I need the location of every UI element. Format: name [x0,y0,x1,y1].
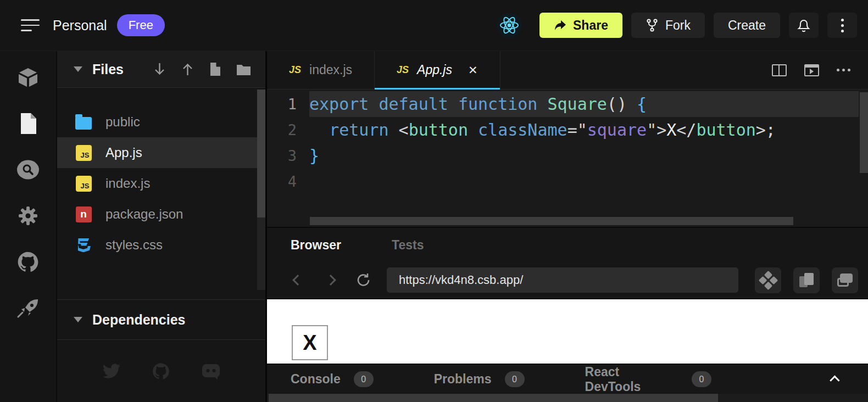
responsive-mode-icon [758,270,777,289]
code-line-2[interactable]: 2 return <button className="square">X</b… [267,117,868,143]
editor-tab-app-js[interactable]: JSApp.js✕ [375,51,500,89]
editor-toolbar [772,51,868,89]
tab-label: App.js [417,63,452,77]
file-row-package-json[interactable]: npackage.json [57,199,265,230]
upload-icon[interactable] [181,62,194,76]
file-row-index-js[interactable]: JSindex.js [57,168,265,199]
share-button[interactable]: Share [539,13,622,38]
workbench-body: Files publicJSApp.jsJSindex.jsnpackage.j… [0,51,868,402]
code-editor[interactable]: 1export default function Square() {2 ret… [267,90,868,227]
files-panel: Files publicJSApp.jsJSindex.jsnpackage.j… [57,51,267,402]
split-view-icon[interactable] [772,64,787,76]
activity-item-sandbox[interactable] [0,54,56,101]
more-options-icon[interactable] [837,69,850,71]
editor-vertical-scrollbar[interactable] [860,92,868,173]
browser-tab-tests[interactable]: Tests [392,238,424,253]
bottom-scrollbar-thumb[interactable] [269,394,718,402]
editor-horizontal-scrollbar[interactable] [310,217,793,225]
css-file-icon [75,238,92,252]
browser-tab-browser[interactable]: Browser [291,238,341,253]
activity-item-search[interactable] [0,147,56,193]
open-new-window-icon [837,273,853,287]
code-text: return <button className="square">X</but… [309,117,859,143]
folder-icon [75,117,92,130]
fork-button[interactable]: Fork [631,13,705,38]
refresh-icon [356,272,371,288]
devtools-panes-icon [799,273,814,287]
discord-icon[interactable] [201,363,221,379]
bottom-scrollbar[interactable] [267,394,868,402]
chevron-up-icon[interactable] [830,375,839,385]
tab-label: index.js [309,63,352,77]
github-icon [16,250,40,273]
activity-item-github[interactable] [0,239,56,285]
dependencies-header[interactable]: Dependencies [57,299,265,340]
editor-tabbar: JSindex.jsJSApp.js✕ [267,51,868,90]
create-button[interactable]: Create [714,13,780,38]
twitter-icon[interactable] [102,363,121,379]
menu-icon[interactable] [21,18,41,32]
console-tab-react-devtools[interactable]: React DevTools0 [585,365,711,394]
notifications-button[interactable] [789,13,819,38]
count-badge: 0 [692,371,711,387]
browser-tabs: BrowserTests [267,228,868,262]
code-text [309,169,859,194]
open-new-window-button[interactable] [832,267,858,293]
files-scrollbar-thumb[interactable] [257,90,265,217]
react-logo-icon [497,13,522,38]
close-tab-icon[interactable]: ✕ [468,64,478,77]
workspace-name[interactable]: Personal [53,18,107,34]
editor: JSindex.jsJSApp.js✕ 1export default func… [267,51,868,227]
count-badge: 0 [505,371,525,387]
file-name: App.js [105,145,142,160]
activity-bar [0,51,57,402]
back-icon [292,275,303,286]
activity-item-deploy[interactable] [0,285,56,331]
github-icon[interactable] [152,362,170,381]
files-header-actions [153,62,251,76]
preview-icon[interactable] [804,64,819,76]
file-row-styles-css[interactable]: styles.css [57,230,265,260]
cube-icon [16,66,40,88]
console-tab-console[interactable]: Console0 [291,371,374,387]
editor-tab-index-js[interactable]: JSindex.js [267,51,375,89]
file-name: public [105,114,140,130]
url-bar[interactable]: https://vkd4n8.csb.app/ [387,267,738,293]
code-line-4[interactable]: 4 [267,169,868,194]
back-button[interactable] [283,267,312,293]
main-column: JSindex.jsJSApp.js✕ 1export default func… [267,51,868,402]
file-name: index.js [105,176,150,191]
social-links [57,340,265,402]
forward-button[interactable] [316,267,345,293]
new-file-icon[interactable] [209,62,221,76]
chevron-down-icon [74,317,82,322]
settings-gear-icon [16,204,40,227]
square-button[interactable]: X [292,325,328,360]
activity-item-explorer[interactable] [0,101,56,147]
file-row-public[interactable]: public [57,107,265,137]
activity-item-settings[interactable] [0,193,56,239]
refresh-button[interactable] [349,267,378,293]
new-folder-icon[interactable] [236,63,251,76]
responsive-mode-button[interactable] [755,267,781,293]
javascript-file-icon: JS [397,64,409,76]
share-arrow-icon [554,20,566,31]
console-tab-label: Problems [434,372,492,387]
code-line-3[interactable]: 3} [267,143,868,169]
codesandbox-app: Personal Free Share Fork [0,0,868,402]
devtools-button[interactable] [793,267,820,293]
count-badge: 0 [354,371,374,387]
chevron-down-icon [74,66,82,72]
files-scrollbar[interactable] [257,90,265,290]
bell-icon [797,18,811,33]
download-icon[interactable] [153,62,166,76]
file-row-app-js[interactable]: JSApp.js [57,137,265,168]
code-line-1[interactable]: 1export default function Square() { [267,91,868,117]
fork-icon [646,18,659,32]
console-tab-label: React DevTools [585,365,678,394]
console-tab-problems[interactable]: Problems0 [434,371,525,387]
more-menu-button[interactable] [827,13,857,38]
share-label: Share [573,18,608,33]
files-panel-header[interactable]: Files [57,51,265,88]
file-list: publicJSApp.jsJSindex.jsnpackage.jsonsty… [57,88,265,260]
